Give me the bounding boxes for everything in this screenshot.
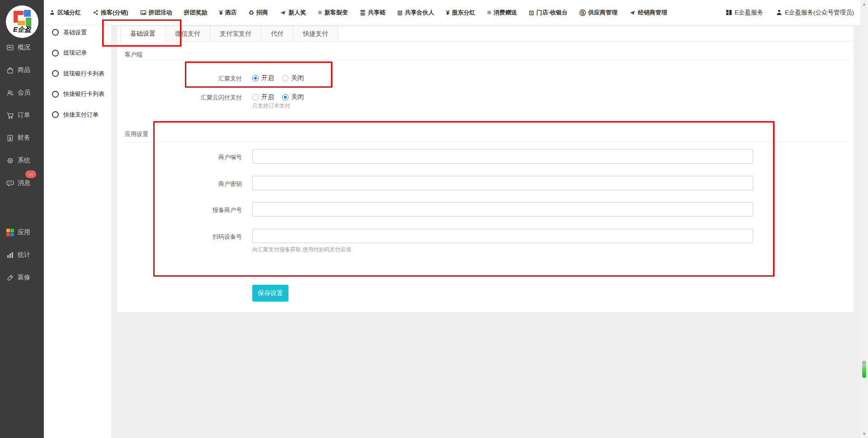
topnav-item-0[interactable]: 区域分红: [49, 9, 81, 17]
sidebar-item-6[interactable]: 消息...: [0, 172, 44, 194]
tab-3[interactable]: 代付: [261, 26, 293, 42]
sidebar-item-label: 订单: [18, 111, 30, 119]
radio-row-label: 汇聚云闪付支付: [117, 94, 242, 102]
dark-sidebar: E企盈 概况商品会员订单财务系统消息...应用统计装修: [0, 0, 44, 438]
topnav-right-item-0[interactable]: E企盈服务: [726, 9, 763, 17]
field-input-1[interactable]: [252, 176, 753, 190]
sidebar-item-3[interactable]: 订单: [0, 104, 44, 127]
topnav-right-item-1[interactable]: E企盈服务(公众号管理员): [776, 9, 854, 17]
scrollbar-thumb[interactable]: [862, 361, 866, 378]
topnav-item-13[interactable]: Ⓢ供应商管理: [580, 9, 618, 17]
topnav-item-9[interactable]: ⊞共享合伙人: [397, 9, 434, 17]
radio-group: 开启关闭: [252, 72, 304, 85]
section-divider: [123, 60, 848, 61]
top-nav-right: E企盈服务E企盈服务(公众号管理员): [726, 0, 854, 25]
radio-option-0-0[interactable]: 开启: [252, 74, 274, 82]
sidebar-item-5[interactable]: 系统: [0, 149, 44, 172]
sidebar-item-8[interactable]: 统计: [0, 244, 44, 266]
sidebar-item-label: 系统: [18, 156, 30, 165]
radio-option-1-0[interactable]: 开启: [252, 93, 274, 101]
sidebar-item-7[interactable]: 应用: [0, 221, 44, 244]
topnav-item-label: 拼团奖励: [184, 9, 208, 17]
topnav-item-label: 新人奖: [288, 9, 306, 17]
secondary-sidebar: 基础设置提现记录提现银行卡列表快捷银行卡列表快捷支付订单: [44, 25, 111, 438]
topnav-item-10[interactable]: ¥股东分红: [446, 9, 476, 17]
scroll-up-icon[interactable]: ▲: [860, 2, 868, 6]
brand-name: E企盈: [6, 25, 38, 34]
subsidebar-item-3[interactable]: 快捷银行卡列表: [44, 84, 111, 105]
tab-4[interactable]: 快捷支付: [293, 26, 338, 42]
menu-icon: ≡: [487, 9, 491, 16]
tab-2[interactable]: 支付宝支付: [210, 26, 261, 42]
field-input-3[interactable]: [252, 229, 753, 243]
topnav-item-7[interactable]: ≡新客裂变: [318, 9, 348, 17]
radio-option-label: 开启: [261, 93, 274, 101]
sidebar-item-label: 商品: [18, 66, 30, 74]
subsidebar-item-2[interactable]: 提现银行卡列表: [44, 63, 111, 84]
topnav-item-3[interactable]: 拼团奖励: [184, 9, 208, 17]
radio-unselected-icon[interactable]: [252, 94, 259, 100]
section-divider: [123, 142, 848, 142]
sidebar-item-0[interactable]: 概况: [0, 36, 44, 59]
scroll-down-icon[interactable]: ▼: [860, 432, 868, 436]
stats-icon: [6, 251, 14, 259]
radio-row-label: 汇聚支付: [117, 75, 242, 83]
sidebar-item-2[interactable]: 会员: [0, 81, 44, 104]
sidebar-item-9[interactable]: 装修: [0, 266, 44, 289]
topnav-item-label: 共享合伙人: [405, 9, 434, 17]
radio-option-0-1[interactable]: 关闭: [282, 74, 304, 82]
topnav-item-label: 酒店: [225, 9, 236, 17]
topnav-item-14[interactable]: 经销商管理: [629, 9, 667, 17]
radio-unselected-icon[interactable]: [282, 75, 288, 81]
tab-1[interactable]: 微信支付: [165, 26, 210, 42]
radio-option-1-1[interactable]: 关闭: [282, 93, 304, 101]
topnav-item-12[interactable]: ⊡门店-收银台: [529, 9, 568, 17]
sidebar-item-4[interactable]: 财务: [0, 127, 44, 149]
topnav-item-5[interactable]: ♻招商: [248, 9, 268, 17]
topnav-item-4[interactable]: ¥酒店: [219, 9, 237, 17]
sidebar-item-label: 概况: [18, 43, 30, 52]
topnav-item-11[interactable]: ≡消费赠送: [487, 9, 517, 17]
subsidebar-item-1[interactable]: 提现记录: [44, 43, 111, 64]
decorate-icon: [6, 274, 14, 282]
radio-selected-icon[interactable]: [282, 94, 288, 100]
subsidebar-item-4[interactable]: 快捷支付订单: [44, 104, 111, 125]
section-title-client: 客户端: [125, 51, 142, 59]
circle-icon: [52, 70, 59, 77]
user-icon: [776, 9, 783, 16]
send-icon: [280, 9, 286, 16]
topnav-item-label: 供应商管理: [588, 9, 618, 17]
save-settings-button[interactable]: 保存设置: [252, 285, 288, 301]
field-label: 商户编号: [117, 153, 242, 161]
radio-selected-icon[interactable]: [252, 75, 259, 81]
top-nav: 区域分红推客(分销)拼团活动拼团奖励¥酒店♻招商新人奖≡新客裂变≣共享链⊞共享合…: [49, 0, 667, 25]
field-label: 商户密钥: [117, 180, 242, 188]
topnav-item-1[interactable]: 推客(分销): [93, 9, 128, 17]
s-circle-icon: Ⓢ: [580, 9, 586, 16]
top-header: 区域分红推客(分销)拼团活动拼团奖励¥酒店♻招商新人奖≡新客裂变≣共享链⊞共享合…: [44, 0, 860, 25]
topnav-item-label: 经销商管理: [638, 9, 667, 17]
order-icon: [6, 112, 14, 119]
topnav-item-label: 招商: [256, 9, 268, 17]
sidebar-item-label: 财务: [18, 134, 30, 142]
field-input-2[interactable]: [252, 202, 753, 217]
topnav-item-label: 门店-收银台: [536, 9, 567, 17]
topnav-item-6[interactable]: 新人奖: [280, 9, 306, 17]
app-colored-icon: [6, 229, 14, 236]
tab-0[interactable]: 基础设置: [120, 26, 165, 42]
goods-icon: [6, 66, 14, 74]
radio-option-label: 关闭: [291, 74, 304, 82]
page-scrollbar[interactable]: ▲ ▼: [860, 0, 868, 438]
yen-icon: ¥: [219, 9, 223, 16]
sidebar-item-label: 统计: [18, 251, 30, 259]
radio-row-0: 汇聚支付开启关闭: [117, 72, 854, 85]
message-count-badge: ...: [25, 170, 36, 178]
topnav-item-label: 消费赠送: [494, 9, 517, 17]
yen-icon: ¥: [446, 9, 450, 16]
topnav-item-8[interactable]: ≣共享链: [359, 9, 385, 17]
topnav-item-2[interactable]: 拼团活动: [140, 9, 172, 17]
sidebar-item-1[interactable]: 商品: [0, 59, 44, 81]
logo-shape: [24, 10, 31, 17]
circle-icon: [52, 50, 59, 57]
field-input-0[interactable]: [252, 149, 753, 164]
